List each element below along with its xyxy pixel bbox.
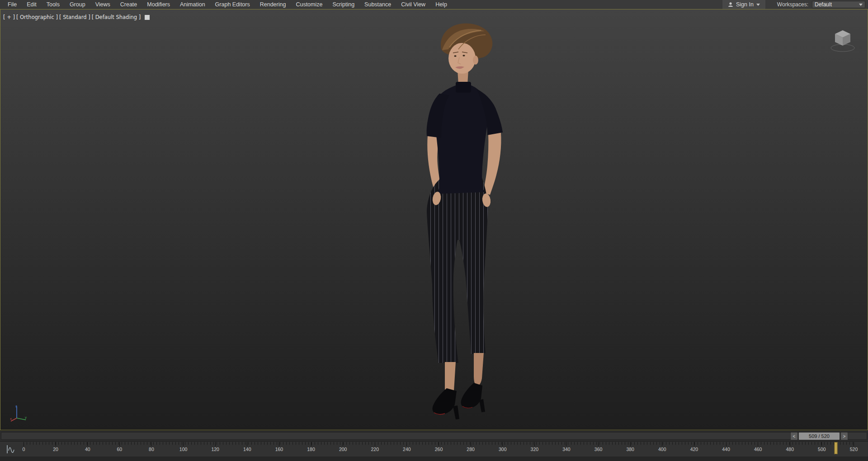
ruler-tick-440: 440 bbox=[726, 442, 726, 446]
left-shoe-heel bbox=[453, 405, 459, 419]
ruler-tick-220: 220 bbox=[375, 442, 375, 446]
ruler-tick-200: 200 bbox=[343, 442, 343, 446]
model-female-figure[interactable] bbox=[396, 21, 532, 421]
ruler-tick-400: 400 bbox=[662, 442, 662, 446]
viewport-label-chip bbox=[145, 15, 150, 20]
ruler-tick-180: 180 bbox=[311, 442, 311, 446]
ruler-tick-60: 60 bbox=[119, 442, 120, 446]
ruler-tick-320: 320 bbox=[534, 442, 535, 446]
bottom-strip bbox=[0, 456, 868, 461]
workspaces-label: Workspaces: bbox=[777, 1, 808, 8]
time-slider-track[interactable] bbox=[1, 432, 867, 440]
menu-item-group[interactable]: Group bbox=[65, 0, 90, 9]
menu-item-file[interactable]: File bbox=[3, 0, 22, 9]
menu-item-substance[interactable]: Substance bbox=[359, 0, 396, 9]
viewport-label-segment-3[interactable]: [ Default Shading ] bbox=[92, 14, 141, 20]
previous-frame-button[interactable]: < bbox=[790, 432, 798, 440]
workspace-select[interactable]: Default bbox=[812, 1, 865, 8]
user-icon bbox=[728, 2, 733, 7]
sign-in-button[interactable]: Sign In bbox=[722, 0, 765, 9]
ruler-tick-40: 40 bbox=[87, 442, 88, 446]
menu-bar-right: Sign In Workspaces: Default bbox=[722, 0, 868, 9]
viewport-label-segments: [ + ][ Orthographic ][ Standard ][ Defau… bbox=[3, 14, 141, 20]
ruler-tick-260: 260 bbox=[439, 442, 439, 446]
world-axis-tripod: z x y bbox=[9, 404, 28, 422]
menu-item-tools[interactable]: Tools bbox=[42, 0, 65, 9]
ruler-tick-0: 0 bbox=[24, 442, 24, 446]
menu-item-create[interactable]: Create bbox=[115, 0, 142, 9]
ruler-tick-480: 480 bbox=[790, 442, 790, 446]
viewport-label-segment-1[interactable]: [ Orthographic ] bbox=[16, 14, 58, 20]
right-arm bbox=[483, 132, 501, 195]
svg-text:z: z bbox=[15, 404, 17, 408]
main-menus: FileEditToolsGroupViewsCreateModifiersAn… bbox=[0, 0, 452, 9]
view-cube[interactable] bbox=[830, 28, 856, 53]
track-bar-ruler[interactable]: 0204060801001201401601802002202402602803… bbox=[24, 442, 854, 456]
ruler-tick-340: 340 bbox=[566, 442, 566, 446]
ruler-tick-100: 100 bbox=[183, 442, 184, 446]
right-eye bbox=[462, 55, 465, 56]
right-shoe-heel bbox=[479, 399, 485, 412]
ruler-tick-460: 460 bbox=[758, 442, 758, 446]
ruler-tick-420: 420 bbox=[694, 442, 694, 446]
menu-item-scripting[interactable]: Scripting bbox=[327, 0, 359, 9]
viewport-label-segment-0[interactable]: [ + ] bbox=[3, 14, 15, 20]
right-ankle bbox=[474, 353, 484, 386]
caret-down-icon bbox=[756, 4, 760, 6]
sign-in-label: Sign In bbox=[736, 1, 754, 8]
menu-item-views[interactable]: Views bbox=[90, 0, 115, 9]
svg-text:x: x bbox=[10, 417, 12, 421]
ruler-tick-20: 20 bbox=[56, 442, 56, 446]
ruler-tick-140: 140 bbox=[247, 442, 247, 446]
turtleneck-collar bbox=[456, 82, 471, 93]
left-eye bbox=[454, 55, 456, 56]
next-frame-button[interactable]: > bbox=[840, 432, 848, 440]
time-slider-row: < 509 / 520 > bbox=[0, 430, 868, 441]
ear bbox=[473, 56, 478, 65]
ruler-tick-240: 240 bbox=[406, 442, 407, 446]
left-shoe bbox=[432, 388, 457, 414]
track-bar: 0204060801001201401601802002202402602803… bbox=[0, 441, 868, 456]
menu-bar: FileEditToolsGroupViewsCreateModifiersAn… bbox=[0, 0, 868, 9]
caret-down-icon bbox=[859, 4, 863, 6]
trousers bbox=[427, 178, 488, 363]
menu-item-graph-editors[interactable]: Graph Editors bbox=[210, 0, 255, 9]
viewport[interactable]: [ + ][ Orthographic ][ Standard ][ Defau… bbox=[0, 9, 868, 430]
ruler-tick-160: 160 bbox=[279, 442, 279, 446]
menu-item-rendering[interactable]: Rendering bbox=[255, 0, 291, 9]
viewport-label-segment-2[interactable]: [ Standard ] bbox=[59, 14, 90, 20]
viewport-label: [ + ][ Orthographic ][ Standard ][ Defau… bbox=[3, 14, 150, 20]
menu-item-edit[interactable]: Edit bbox=[22, 0, 42, 9]
ruler-tick-280: 280 bbox=[471, 442, 471, 446]
menu-item-customize[interactable]: Customize bbox=[291, 0, 327, 9]
workspace-value: Default bbox=[815, 1, 832, 8]
ruler-tick-520: 520 bbox=[854, 442, 854, 446]
face bbox=[448, 43, 476, 74]
ruler-tick-360: 360 bbox=[598, 442, 599, 446]
right-shoe bbox=[461, 383, 482, 408]
ruler-tick-500: 500 bbox=[821, 442, 822, 446]
ruler-tick-120: 120 bbox=[215, 442, 216, 446]
time-slider-handle-group: < 509 / 520 > bbox=[790, 432, 848, 440]
time-slider-handle[interactable]: 509 / 520 bbox=[798, 432, 840, 440]
menu-item-animation[interactable]: Animation bbox=[175, 0, 210, 9]
ruler-tick-300: 300 bbox=[502, 442, 503, 446]
ruler-tick-80: 80 bbox=[151, 442, 151, 446]
svg-text:y: y bbox=[25, 415, 27, 419]
menu-item-help[interactable]: Help bbox=[430, 0, 452, 9]
menu-item-modifiers[interactable]: Modifiers bbox=[142, 0, 175, 9]
mini-curve-editor-button[interactable] bbox=[5, 444, 15, 455]
current-frame-marker[interactable] bbox=[835, 442, 838, 454]
menu-item-civil-view[interactable]: Civil View bbox=[396, 0, 430, 9]
ruler-tick-380: 380 bbox=[630, 442, 631, 446]
